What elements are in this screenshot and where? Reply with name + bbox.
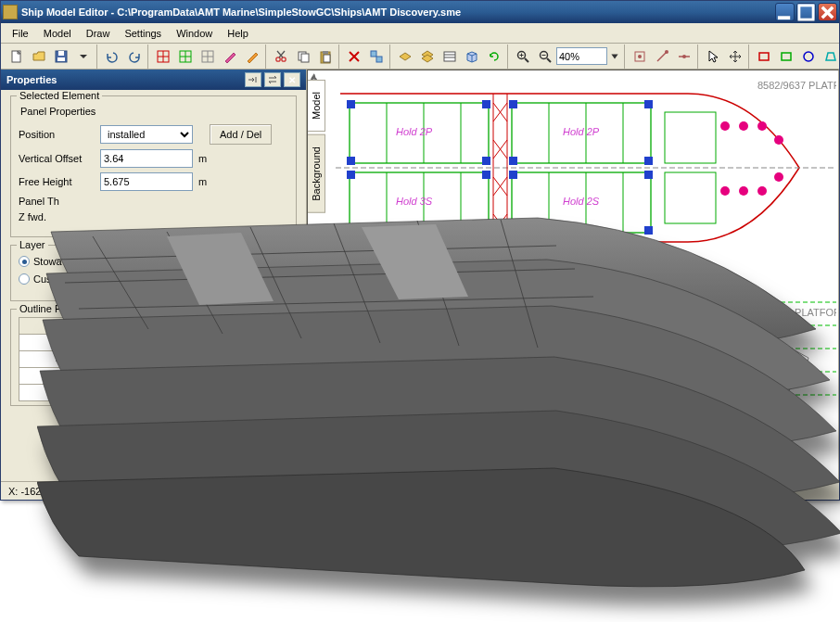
menu-window[interactable]: Window bbox=[169, 26, 220, 41]
menu-settings[interactable]: Settings bbox=[117, 26, 169, 41]
menu-help[interactable]: Help bbox=[220, 26, 256, 41]
ship-plan-view: Hold 2P Hold 2P Hold 3S Hold 2S 8582/963… bbox=[336, 75, 836, 260]
svg-point-15 bbox=[275, 57, 279, 60]
layer2-icon[interactable] bbox=[416, 46, 438, 67]
minimize-button[interactable] bbox=[775, 3, 795, 21]
svg-rect-77 bbox=[509, 226, 517, 235]
table-row: -166.29-2.727 bbox=[19, 351, 176, 368]
drawing-canvas[interactable]: ⮝⮟ Model Background bbox=[307, 70, 839, 481]
svg-rect-47 bbox=[665, 112, 716, 163]
toolbar bbox=[1, 44, 839, 70]
zoom-out-icon[interactable] bbox=[534, 46, 555, 67]
svg-rect-5 bbox=[57, 57, 65, 61]
snap1-icon[interactable] bbox=[629, 46, 650, 67]
rect-red-icon[interactable] bbox=[753, 46, 774, 67]
svg-rect-65 bbox=[347, 157, 355, 165]
maximize-button[interactable] bbox=[796, 3, 816, 21]
selected-element-group: Selected Element Panel Properties Positi… bbox=[10, 95, 297, 237]
tab-model[interactable]: Model bbox=[307, 80, 325, 132]
menu-file[interactable]: File bbox=[5, 26, 36, 41]
new-icon[interactable] bbox=[6, 46, 27, 67]
window-title: Ship Model Editor - C:\ProgramData\AMT M… bbox=[21, 6, 775, 18]
copy-icon[interactable] bbox=[292, 46, 313, 67]
properties-title: Properties bbox=[6, 74, 242, 85]
grid-green-icon[interactable] bbox=[174, 46, 196, 67]
svg-rect-4 bbox=[58, 51, 64, 56]
col-x: X bbox=[19, 318, 102, 335]
refresh-icon[interactable] bbox=[483, 46, 504, 67]
free-height-input[interactable] bbox=[100, 172, 193, 191]
svg-point-79 bbox=[720, 121, 730, 131]
save-dropdown-icon[interactable] bbox=[72, 46, 94, 67]
menu-draw[interactable]: Draw bbox=[79, 26, 118, 41]
cut-icon[interactable] bbox=[270, 46, 291, 67]
snap3-icon[interactable] bbox=[673, 46, 694, 67]
pen-orange-icon[interactable] bbox=[241, 46, 262, 67]
layer-group: Layer Stowa Custom bbox=[10, 245, 297, 301]
undo-icon[interactable] bbox=[101, 46, 122, 67]
pointer-icon[interactable] bbox=[702, 46, 723, 67]
props-send-icon[interactable] bbox=[245, 72, 261, 87]
tab-background[interactable]: Background bbox=[307, 134, 325, 213]
svg-point-84 bbox=[739, 186, 748, 196]
vertical-offset-unit: m bbox=[198, 153, 211, 164]
delete-icon[interactable] bbox=[343, 46, 364, 67]
outline-legend: Outline Points bbox=[17, 303, 85, 314]
svg-point-38 bbox=[682, 55, 686, 58]
grid-gray-icon[interactable] bbox=[197, 46, 218, 67]
app-icon bbox=[3, 5, 18, 19]
custom-layer-input[interactable] bbox=[76, 270, 132, 288]
snap2-icon[interactable] bbox=[651, 46, 672, 67]
svg-line-28 bbox=[525, 58, 528, 62]
layer-legend: Layer bbox=[17, 239, 48, 250]
line-button[interactable]: Line bbox=[187, 317, 229, 337]
table-row: -172.61-2.727 bbox=[19, 335, 176, 351]
ship-elevation-view: 4384/4398 PLATFORM bbox=[336, 274, 836, 441]
zoom-in-icon[interactable] bbox=[512, 46, 533, 67]
paste-icon[interactable] bbox=[314, 46, 336, 67]
close-button[interactable] bbox=[818, 3, 837, 21]
ungroup-icon[interactable] bbox=[365, 46, 387, 67]
open-icon[interactable] bbox=[28, 46, 49, 67]
props-close-icon[interactable]: ✕ bbox=[284, 72, 300, 87]
outline-points-table[interactable]: XY -172.61-2.727 -166.29-2.727 -166.29-5… bbox=[19, 317, 176, 401]
properties-panel: Properties ✕ Selected Element Panel Prop… bbox=[1, 70, 307, 481]
svg-rect-24 bbox=[444, 52, 455, 61]
menu-model[interactable]: Model bbox=[36, 26, 79, 41]
rect-green-icon[interactable] bbox=[775, 46, 796, 67]
circle-blue-icon[interactable] bbox=[797, 46, 819, 67]
move-icon[interactable] bbox=[724, 46, 745, 67]
vertical-offset-input[interactable] bbox=[100, 149, 193, 168]
layer1-icon[interactable] bbox=[394, 46, 415, 67]
layer-config-icon[interactable] bbox=[439, 46, 460, 67]
status-mode: Select Move bbox=[264, 486, 321, 497]
add-del-button[interactable]: Add / Del bbox=[210, 124, 272, 145]
redo-icon[interactable] bbox=[123, 46, 145, 67]
box-icon[interactable] bbox=[461, 46, 482, 67]
zoom-dropdown-icon[interactable] bbox=[608, 46, 621, 67]
svg-rect-39 bbox=[759, 53, 769, 60]
svg-point-83 bbox=[720, 186, 730, 196]
stowage-radio[interactable] bbox=[19, 256, 30, 267]
panel-properties-legend: Panel Properties bbox=[20, 106, 288, 117]
zfwd-label: Z fwd. bbox=[19, 211, 95, 222]
svg-line-32 bbox=[547, 58, 551, 62]
props-swap-icon[interactable] bbox=[264, 72, 281, 87]
pen-pink-icon[interactable] bbox=[219, 46, 240, 67]
zoom-input[interactable] bbox=[556, 47, 607, 65]
hold2s-label: Hold 2S bbox=[563, 196, 600, 207]
platform-bottom-label: 4384/4398 PLATFORM bbox=[744, 307, 836, 318]
svg-rect-73 bbox=[347, 226, 355, 235]
svg-rect-64 bbox=[482, 100, 490, 108]
custom-radio[interactable] bbox=[19, 273, 30, 285]
trapezoid-icon[interactable] bbox=[820, 46, 840, 67]
svg-rect-20 bbox=[323, 51, 328, 54]
save-icon[interactable] bbox=[50, 46, 71, 67]
position-select[interactable]: installed bbox=[100, 125, 193, 144]
grid-red-icon[interactable] bbox=[152, 46, 173, 67]
free-height-unit: m bbox=[198, 176, 211, 187]
svg-point-80 bbox=[739, 121, 748, 131]
custom-label: Custom bbox=[33, 273, 69, 285]
svg-rect-76 bbox=[644, 171, 653, 179]
svg-rect-22 bbox=[371, 51, 376, 57]
